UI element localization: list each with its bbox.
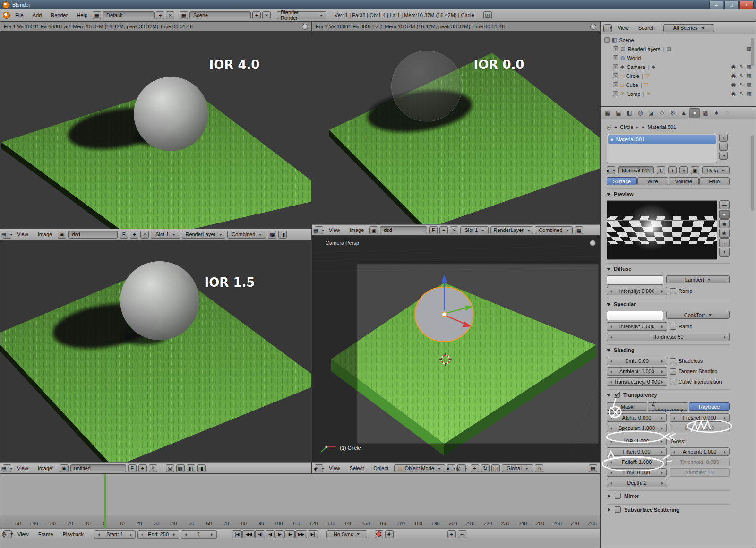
scrollbar[interactable] — [751, 135, 754, 211]
mode-dropdown[interactable]: ◻ Object Mode — [394, 464, 445, 472]
outliner-row-renderlayers[interactable]: + ▤ RenderLayers | ▤ ▦ — [601, 44, 756, 53]
eye-icon[interactable]: ◉ — [731, 91, 736, 97]
menu-file[interactable]: File — [11, 12, 27, 18]
menu-search[interactable]: Search — [635, 25, 659, 31]
close-button[interactable]: × — [739, 1, 754, 9]
outliner-row-circle[interactable]: + ○ Circle | ▽ ◉ ↖ ▦ — [601, 71, 756, 80]
editor-type-icon[interactable]: ▤ — [3, 464, 11, 472]
specular-color-swatch[interactable] — [607, 311, 663, 320]
outliner-item-label[interactable]: Circle — [626, 73, 639, 79]
selectable-icon[interactable]: ↖ — [739, 73, 743, 79]
tab-physics[interactable]: ◌ — [722, 108, 732, 118]
menu-image[interactable]: Image — [346, 227, 368, 233]
render-layer-dropdown[interactable]: RenderLayer — [490, 226, 533, 234]
preview-flat-button[interactable]: ▬ — [719, 200, 730, 209]
preview-hair-button[interactable]: ≈ — [719, 238, 730, 247]
material-slot-selected[interactable]: ● Material.001 — [608, 135, 716, 144]
panel-header-sss[interactable]: Subsurface Scattering — [607, 504, 730, 514]
menu-view[interactable]: View — [13, 231, 32, 237]
type-wire-button[interactable]: Wire — [637, 177, 668, 185]
translucency-field[interactable]: Translucency: 0.000 — [607, 377, 667, 386]
image-unlink-button[interactable]: × — [149, 464, 157, 472]
diffuse-color-swatch[interactable] — [607, 275, 663, 285]
frame-end-field[interactable]: End: 250 — [137, 530, 179, 539]
gloss-threshold-field[interactable]: Threshold: 0.005 — [670, 458, 730, 466]
render-layer-dropdown[interactable]: RenderLayer — [182, 231, 225, 239]
selectable-icon[interactable]: ↖ — [739, 82, 743, 88]
screencast-icon[interactable]: ◫ — [483, 11, 492, 19]
prev-keyframe-button[interactable]: ◀◀ — [242, 530, 255, 538]
specular-alpha-slider[interactable]: Specular: 1.000 — [607, 424, 667, 432]
material-slot-list[interactable]: ● Material.001 — [607, 134, 717, 163]
menu-playback[interactable]: Playback — [59, 531, 87, 537]
menu-view[interactable]: View — [614, 25, 633, 31]
type-volume-button[interactable]: Volume — [669, 177, 699, 185]
slot-specials-button[interactable] — [719, 152, 728, 160]
blender-menu-icon[interactable] — [3, 12, 10, 19]
panel-header-preview[interactable]: Preview — [607, 188, 730, 199]
current-frame-field[interactable]: 1 — [181, 530, 217, 539]
gloss-samples-field[interactable]: Samples: 18 — [670, 468, 730, 477]
tab-constraints[interactable]: ◇ — [657, 108, 667, 118]
fake-user-button[interactable]: F — [657, 166, 665, 174]
render-toggle-icon[interactable]: ▦ — [747, 82, 752, 88]
menu-select[interactable]: Select — [346, 465, 368, 471]
expand-icon[interactable]: + — [613, 73, 618, 78]
screen-browse-icon[interactable]: ▦ — [93, 11, 101, 19]
type-halo-button[interactable]: Halo — [699, 177, 730, 185]
image-browse-icon[interactable]: ▣ — [369, 226, 378, 234]
manipulator-rotate-icon[interactable]: ↻ — [481, 464, 490, 472]
image-new-button[interactable]: + — [130, 231, 138, 239]
panel-header-diffuse[interactable]: Diffuse — [607, 263, 730, 274]
image-name-field[interactable]: dsd — [380, 226, 427, 234]
draw-channels-icon[interactable]: ▩ — [268, 231, 276, 239]
screen-delete-button[interactable]: × — [166, 11, 174, 19]
specular-shader-dropdown[interactable]: CookTorr — [666, 311, 730, 319]
viewport-3d[interactable]: Camera Persp (1) Circle ◈ View Select Ob… — [312, 236, 600, 474]
draw-channels-icon[interactable]: ▩ — [575, 226, 583, 234]
editor-corner-widget[interactable] — [302, 24, 308, 30]
outliner-row-scene[interactable]: − ◧ Scene — [601, 35, 756, 44]
menu-view[interactable]: View — [14, 531, 33, 537]
render-toggle-icon[interactable]: ▦ — [747, 91, 752, 97]
slot-remove-button[interactable]: − — [719, 143, 728, 151]
emit-field[interactable]: Emit: 0.00 — [607, 357, 667, 365]
editor-type-icon[interactable]: ◈ — [315, 464, 323, 472]
maximize-button[interactable]: □ — [724, 1, 739, 9]
link-data-dropdown[interactable]: Data — [702, 166, 730, 174]
panel-expand-icon[interactable] — [608, 508, 612, 512]
play-button[interactable]: ▶ — [275, 530, 284, 538]
ior-field[interactable]: IOR: 1.000 — [607, 437, 667, 445]
tab-render[interactable]: ▦ — [602, 108, 613, 118]
selectable-icon[interactable]: ↖ — [739, 91, 743, 97]
preview-sky-button[interactable]: ☀ — [719, 248, 730, 257]
image-name-field[interactable]: untitled — [70, 464, 126, 472]
fresnel-slider[interactable]: Fresnel: 0.000 — [670, 413, 730, 422]
limit-field[interactable]: Limit: 0.000 — [607, 468, 667, 477]
timeline-track[interactable] — [0, 474, 600, 516]
editor-type-icon[interactable]: ▤ — [3, 231, 11, 239]
preview-cube-button[interactable]: ◼ — [719, 219, 730, 228]
render-engine-dropdown[interactable]: Blender Render — [277, 11, 326, 19]
nodes-icon[interactable]: ▣ — [691, 166, 699, 174]
outliner-row-cube[interactable]: + □ Cube | ▽ ◉ ↖ ▦ — [601, 80, 756, 89]
outliner-row-lamp[interactable]: + ☀ Lamp | ☀ ◉ ↖ ▦ — [601, 89, 756, 98]
hardness-field[interactable]: Hardness: 50 — [607, 333, 730, 341]
scene-browse-icon[interactable]: ▦ — [180, 11, 188, 19]
current-frame-indicator[interactable] — [104, 474, 106, 528]
sss-checkbox[interactable] — [615, 506, 621, 513]
material-name-field[interactable]: Material.001 — [618, 166, 654, 174]
outliner-item-label[interactable]: Scene — [619, 37, 634, 43]
menu-image[interactable]: Image* — [34, 465, 58, 471]
scene-field[interactable]: Scene — [189, 11, 251, 19]
menu-frame[interactable]: Frame — [34, 531, 57, 537]
panel-header-shading[interactable]: Shading — [607, 344, 730, 355]
frame-start-field[interactable]: Start: 1 — [94, 530, 136, 539]
tab-modifiers[interactable]: ⚙ — [668, 108, 678, 118]
raytrace-mode-button[interactable]: Raytrace — [689, 402, 730, 411]
pack-image-icon[interactable]: ◎ — [166, 464, 174, 472]
panel-expand-icon[interactable] — [607, 303, 610, 308]
menu-object[interactable]: Object — [369, 465, 392, 471]
minimize-button[interactable]: – — [709, 1, 723, 9]
outliner-row-world[interactable]: + ◍ World — [601, 53, 756, 62]
